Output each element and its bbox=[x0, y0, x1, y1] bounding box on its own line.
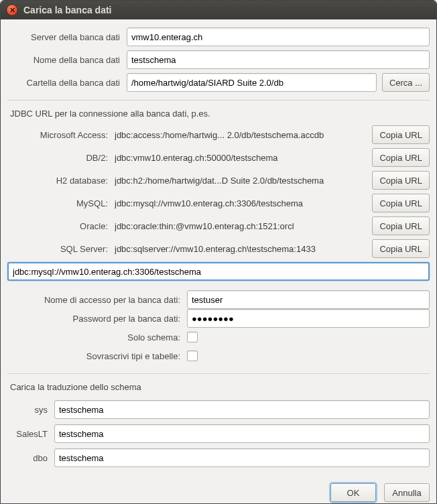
jdbc-name: H2 database: bbox=[7, 176, 108, 186]
db-folder-input[interactable] bbox=[127, 73, 377, 92]
jdbc-name: MySQL: bbox=[7, 198, 108, 208]
copy-url-button[interactable]: Copia URL bbox=[372, 239, 430, 258]
schema-value-input[interactable] bbox=[54, 424, 430, 443]
jdbc-url: jdbc:h2:/home/hartwig/dat...D Suite 2.0/… bbox=[115, 176, 365, 186]
jdbc-url: jdbc:oracle:thin:@vmw10.enterag.ch:1521:… bbox=[115, 221, 365, 231]
copy-url-button[interactable]: Copia URL bbox=[372, 216, 430, 235]
separator bbox=[7, 373, 430, 374]
close-icon[interactable]: ✕ bbox=[6, 4, 18, 16]
schema-only-checkbox[interactable] bbox=[187, 332, 198, 342]
schema-name: SalesLT bbox=[7, 429, 48, 439]
jdbc-name: DB/2: bbox=[7, 153, 108, 163]
copy-url-button[interactable]: Copia URL bbox=[372, 171, 430, 190]
dialog-footer: OK Annulla bbox=[7, 471, 430, 502]
overwrite-label: Sovrascrivi tipi e tabelle: bbox=[7, 351, 182, 361]
db-name-label: Nome della banca dati bbox=[7, 55, 121, 65]
schema-only-label: Solo schema: bbox=[7, 332, 182, 342]
overwrite-checkbox[interactable] bbox=[187, 351, 198, 361]
copy-url-button[interactable]: Copia URL bbox=[372, 148, 430, 167]
schema-value-input[interactable] bbox=[54, 400, 430, 419]
jdbc-examples: Microsoft Access: jdbc:access:/home/hart… bbox=[7, 125, 430, 281]
titlebar: ✕ Carica la banca dati bbox=[1, 1, 436, 19]
auth-section: Nome di accesso per la banca dati: Passw… bbox=[7, 290, 430, 365]
cancel-button[interactable]: Annulla bbox=[384, 483, 430, 502]
row-db-folder: Cartella della banca dati Cerca ... bbox=[7, 73, 430, 92]
dialog-content: Server della banca dati Nome della banca… bbox=[1, 19, 436, 503]
server-label: Server della banca dati bbox=[7, 32, 121, 42]
db-folder-label: Cartella della banca dati bbox=[7, 78, 121, 88]
password-input[interactable] bbox=[187, 309, 430, 328]
dialog-window: ✕ Carica la banca dati Server della banc… bbox=[0, 0, 437, 504]
schema-value-input[interactable] bbox=[54, 448, 430, 467]
jdbc-url: jdbc:mysql://vmw10.enterag.ch:3306/tests… bbox=[115, 198, 365, 208]
jdbc-url: jdbc:sqlserver://vmw10.enterag.ch\testsc… bbox=[115, 244, 365, 254]
jdbc-name: Microsoft Access: bbox=[7, 130, 108, 140]
jdbc-section-label: JDBC URL per la connessione alla banca d… bbox=[7, 106, 430, 120]
copy-url-button[interactable]: Copia URL bbox=[372, 194, 430, 212]
jdbc-name: SQL Server: bbox=[7, 244, 108, 254]
username-label: Nome di accesso per la banca dati: bbox=[7, 295, 182, 305]
jdbc-url-input[interactable] bbox=[7, 262, 430, 281]
schema-name: sys bbox=[7, 405, 48, 415]
browse-button[interactable]: Cerca ... bbox=[382, 73, 430, 92]
translation-section-label: Carica la traduzione dello schema bbox=[7, 379, 430, 393]
server-input[interactable] bbox=[127, 27, 430, 46]
db-name-input[interactable] bbox=[127, 50, 430, 69]
row-db-name: Nome della banca dati bbox=[7, 50, 430, 69]
separator bbox=[7, 100, 430, 101]
username-input[interactable] bbox=[187, 290, 430, 309]
copy-url-button[interactable]: Copia URL bbox=[372, 125, 430, 144]
password-label: Password per la banca dati: bbox=[7, 314, 182, 324]
schema-translation-grid: sys SalesLT dbo bbox=[7, 400, 430, 467]
schema-name: dbo bbox=[7, 453, 48, 463]
jdbc-url: jdbc:vmw10.enterag.ch:50000/testschema bbox=[115, 153, 365, 163]
ok-button[interactable]: OK bbox=[330, 483, 376, 502]
window-title: Carica la banca dati bbox=[23, 5, 112, 15]
jdbc-url: jdbc:access:/home/hartwig... 2.0/db/test… bbox=[115, 130, 365, 140]
jdbc-name: Oracle: bbox=[7, 221, 108, 231]
row-server: Server della banca dati bbox=[7, 27, 430, 46]
